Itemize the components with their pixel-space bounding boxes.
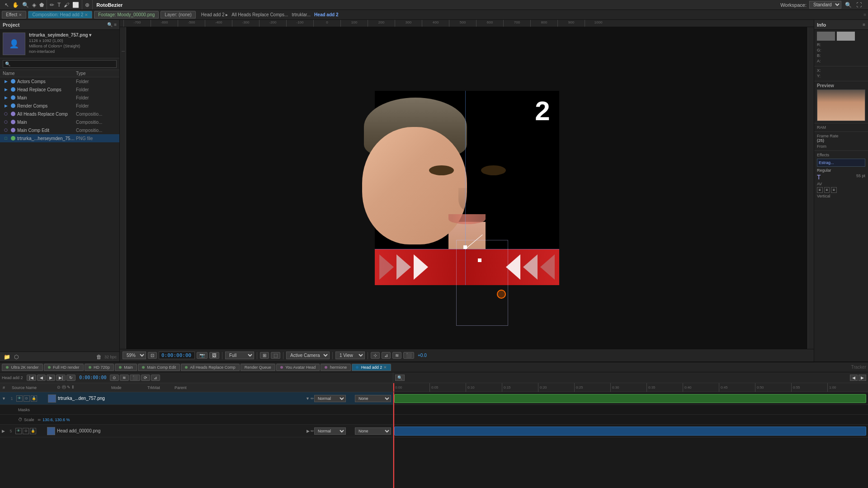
breadcrumb-1[interactable]: Head add 2 ▸ xyxy=(201,12,228,17)
col-header-type[interactable]: Type xyxy=(76,71,117,76)
next-frame-btn[interactable]: ▶| xyxy=(56,375,66,381)
tab-main[interactable]: Main xyxy=(115,364,137,371)
zoom-tool-icon[interactable]: 🔍 xyxy=(21,2,30,8)
composition-viewport[interactable]: | xyxy=(120,27,814,349)
brush-tool-icon[interactable]: 🖌 xyxy=(63,2,70,8)
tab-close-headadd2[interactable]: ✕ xyxy=(383,365,387,370)
tab-youavatar[interactable]: You Avatar Head xyxy=(276,364,320,371)
layer-1-lock-btn[interactable]: 🔒 xyxy=(31,395,37,402)
effect-tab[interactable]: Effect ✕ xyxy=(2,11,26,19)
project-search-input[interactable] xyxy=(3,60,117,68)
delete-item-icon[interactable]: 🗑 xyxy=(95,354,103,360)
layer-row-5[interactable]: ▶ 5 👁 ⊙ 🔒 Head add_00000.png ▶ ✏ Normal … xyxy=(0,425,393,437)
playhead-line[interactable] xyxy=(393,392,394,488)
tab-renderqueue[interactable]: Render Queue xyxy=(241,364,275,371)
layer-tab[interactable]: Layer: (none) xyxy=(160,11,195,19)
camera-select[interactable]: Active Camera xyxy=(286,352,330,359)
tl-motion-blur-btn[interactable]: ≋ xyxy=(120,375,129,381)
list-item[interactable]: ▶ Render Comps Folder xyxy=(0,102,119,110)
layer-5-visibility-toggle[interactable]: 👁 xyxy=(15,428,22,434)
new-comp-icon[interactable]: ⬡ xyxy=(13,354,19,360)
fit-btn[interactable]: ⊡ xyxy=(148,352,157,359)
layer-5-expand-arrow[interactable]: ▶ xyxy=(2,429,5,433)
frame-blend-btn[interactable]: ⬛ xyxy=(403,352,414,359)
timecode-display[interactable] xyxy=(159,352,195,359)
tab-fullhd[interactable]: Full HD render xyxy=(44,364,84,371)
motion-blur-btn[interactable]: ≋ xyxy=(392,352,401,359)
layer-5-lock-btn[interactable]: 🔒 xyxy=(30,428,36,434)
view-select[interactable]: 1 View 2 Views 4 Views xyxy=(335,352,365,359)
track-scroll-left-btn[interactable]: ◀ xyxy=(850,375,858,381)
first-frame-btn[interactable]: |◀ xyxy=(27,375,36,381)
text-tool-icon[interactable]: T xyxy=(57,2,61,8)
layer-5-mode-select[interactable]: Normal Add xyxy=(314,427,346,435)
align-left-btn[interactable]: ≡ xyxy=(817,187,823,193)
tab-ultra-2k[interactable]: Ultra 2K render xyxy=(2,364,43,371)
new-folder-icon[interactable]: 📁 xyxy=(3,354,11,360)
tab-head-add-2[interactable]: Head add 2 ✕ xyxy=(352,364,391,371)
pen-tool-icon[interactable]: ✏ xyxy=(49,2,55,8)
breadcrumb-2[interactable]: All Heads Replace Comps... xyxy=(231,12,288,17)
list-item[interactable]: ⬡ All Heads Replace Comp Compositio... xyxy=(0,110,119,118)
list-item[interactable]: ▶ Actors Comps Folder xyxy=(0,77,119,85)
scale-link-icon[interactable]: ∞ xyxy=(38,418,41,422)
search-magnifier-icon[interactable]: 🔍 xyxy=(844,2,853,8)
maximize-icon[interactable]: ⛶ xyxy=(855,2,863,8)
show-snapshot-btn[interactable]: 🖼 xyxy=(209,352,219,359)
list-item[interactable]: □ trtrurka_...herseymden_757.png PNG fil… xyxy=(0,134,119,142)
tl-draft-btn[interactable]: ⊿ xyxy=(151,375,160,381)
layer-1-parent-select[interactable]: None xyxy=(355,395,391,402)
col-header-name[interactable]: Name xyxy=(3,71,39,76)
3d-view-btn[interactable]: ⊹ xyxy=(371,352,380,359)
layer-5-parent-select[interactable]: None xyxy=(355,427,391,435)
loop-btn[interactable]: ↻ xyxy=(66,375,75,381)
list-item[interactable]: ⬡ Main Compositio... xyxy=(0,118,119,126)
track-search-btn[interactable]: 🔍 xyxy=(395,375,405,381)
eraser-tool-icon[interactable]: ⬜ xyxy=(71,2,80,8)
draft-3d-btn[interactable]: ⊿ xyxy=(382,352,391,359)
channel-btn[interactable]: ⬚ xyxy=(271,352,280,359)
quality-select[interactable]: Full Half Quarter xyxy=(225,352,254,359)
list-item[interactable]: ▶ Main Folder xyxy=(0,94,119,102)
track-lane-1[interactable] xyxy=(393,392,868,405)
layer-1-effects-icon[interactable]: ✏ xyxy=(311,396,314,401)
track-bar-5[interactable] xyxy=(394,427,866,436)
project-search-icon[interactable]: 🔍 xyxy=(107,22,113,27)
tl-live-update-btn[interactable]: ⟳ xyxy=(141,375,150,381)
align-center-btn[interactable]: ≡ xyxy=(824,187,830,193)
shape-tool-icon[interactable]: ⬟ xyxy=(38,2,45,8)
zoom-select[interactable]: 59% 50% 100% xyxy=(123,352,146,359)
layer-1-visibility-toggle[interactable]: 👁 xyxy=(16,395,23,402)
tl-solo-btn[interactable]: ⊙ xyxy=(110,375,119,381)
list-item[interactable]: ⬡ Main Comp Edit Compositio... xyxy=(0,126,119,134)
layer-row-1[interactable]: ▼ 1 👁 ⊙ 🔒 trtrurka_...den_757.png ▼ ✏ No… xyxy=(0,392,393,405)
tab-hd720[interactable]: HD 720p xyxy=(85,364,114,371)
roto-tool-icon[interactable]: ◈ xyxy=(31,2,37,8)
project-menu-icon[interactable]: ≡ xyxy=(114,22,117,27)
anchor-target-circle[interactable] xyxy=(497,290,506,299)
info-panel-menu-icon[interactable]: ≡ xyxy=(863,22,865,27)
prev-frame-btn[interactable]: ◀ xyxy=(37,375,46,381)
tab-maincompedit[interactable]: Main Comp Edit xyxy=(138,364,180,371)
puppet-tool-icon[interactable]: ⊕ xyxy=(84,2,90,8)
list-item[interactable]: ▶ Head Replace Comps Folder xyxy=(0,85,119,94)
scale-stopwatch-icon[interactable]: ⏱ xyxy=(18,417,23,422)
comp-tab-close[interactable]: ✕ xyxy=(85,13,88,17)
comp-canvas-area[interactable]: 2 xyxy=(375,91,559,285)
layer-1-expand-btn[interactable]: ▼ xyxy=(306,396,310,401)
track-bar-1[interactable] xyxy=(394,394,866,403)
layer-5-expand-btn[interactable]: ▶ xyxy=(307,429,310,433)
layer-5-solo-btn[interactable]: ⊙ xyxy=(23,428,29,434)
play-btn[interactable]: ▶ xyxy=(47,375,55,381)
tab-allheads[interactable]: All Heads Replace Comp xyxy=(181,364,240,371)
tl-frame-blend-btn[interactable]: ⬛ xyxy=(130,375,140,381)
hand-tool-icon[interactable]: ✋ xyxy=(11,2,20,8)
cursor-tool-icon[interactable]: ↖ xyxy=(4,2,10,8)
effect-tab-close[interactable]: ✕ xyxy=(19,13,22,17)
tab-hermione[interactable]: hermione xyxy=(321,364,351,371)
track-scroll-right-btn[interactable]: ▶ xyxy=(859,375,866,381)
footage-tab[interactable]: Footage: Moody_00000.png xyxy=(94,11,159,19)
playhead-ruler-indicator[interactable] xyxy=(393,383,394,392)
panel-menu-icon[interactable]: ≡ xyxy=(863,12,866,17)
workspace-select[interactable]: Standard xyxy=(809,1,841,9)
